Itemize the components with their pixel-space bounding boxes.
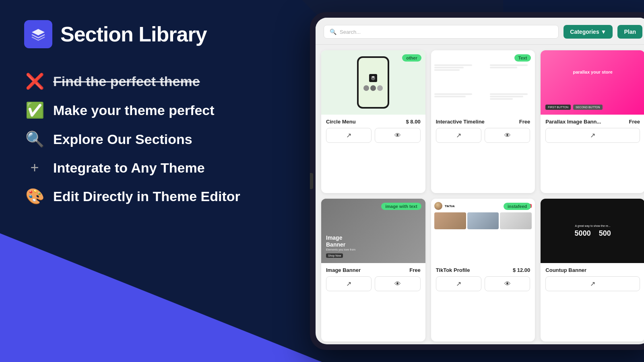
- timeline-row-1: [434, 64, 532, 72]
- card-parallax-price: Free: [629, 119, 640, 125]
- preview-button-image-banner[interactable]: 👁: [375, 276, 420, 291]
- tl-line: [490, 93, 528, 95]
- phone-mockup: [357, 56, 389, 109]
- card-timeline-actions: ↗ 👁: [431, 128, 535, 148]
- card-countup-image: A great way to show the re... 5000 500: [541, 199, 644, 263]
- tablet-frame: 🔍 Search... Categories ▼ Plan other: [310, 12, 644, 350]
- preview-button-circle-menu[interactable]: 👁: [375, 128, 420, 143]
- app-title: Section Library: [60, 22, 207, 46]
- card-countup-actions: ↗: [541, 276, 644, 296]
- card-circle-menu-image: other: [321, 50, 425, 115]
- image-banner-heading: ImageBanner: [326, 234, 355, 248]
- card-countup-name: Countup Banner: [545, 267, 586, 273]
- feature-integrate: + Integrate to Any Theme: [24, 159, 282, 176]
- tl-line: [490, 67, 517, 68]
- tl-line: [490, 98, 513, 100]
- feature-explore: 🔍 Explore Our Sections: [24, 130, 282, 148]
- card-countup: A great way to show the re... 5000 500 C…: [541, 199, 644, 341]
- phone-screen: [359, 58, 388, 107]
- search-bar[interactable]: 🔍 Search...: [324, 25, 559, 39]
- plan-label: Plan: [624, 29, 636, 35]
- card-tiktok-image: instafeed TikTok Save: [431, 199, 535, 263]
- feature-make-perfect: ✅ Make your theme perfect: [24, 101, 282, 119]
- card-circle-menu-info: Circle Menu $ 8.00: [321, 115, 425, 128]
- external-link-button-tiktok[interactable]: ↗: [436, 276, 481, 291]
- plus-icon: +: [24, 159, 45, 176]
- tl-line: [490, 96, 524, 97]
- shop-now-label: Shop Now: [326, 253, 343, 258]
- feature-list: ❌ Find the perfect theme ✅ Make your the…: [24, 72, 282, 205]
- card-tiktok-actions: ↗ 👁: [431, 276, 535, 296]
- stacks-logo-small: [371, 76, 376, 80]
- feature-make-perfect-text: Make your theme perfect: [53, 103, 215, 118]
- external-link-button-image-banner[interactable]: ↗: [326, 276, 372, 291]
- card-tiktok-info: TikTok Profile $ 12.00: [431, 263, 535, 276]
- phone-circles: [363, 85, 383, 91]
- external-link-button-circle-menu[interactable]: ↗: [326, 128, 372, 143]
- badge-text: Text: [514, 54, 531, 62]
- timeline-left-2: [434, 93, 477, 98]
- card-parallax-info: Parallax Image Bann... Free: [541, 115, 644, 128]
- card-circle-menu-actions: ↗ 👁: [321, 128, 425, 148]
- card-parallax-name: Parallax Image Bann...: [545, 119, 601, 125]
- image-banner-text: ImageBanner Elements you love from Shop …: [326, 234, 355, 258]
- search-placeholder: Search...: [340, 29, 361, 35]
- tl-line: [434, 64, 472, 66]
- magnify-icon: 🔍: [24, 130, 45, 148]
- badge-image-with-text: image with text: [381, 203, 421, 210]
- countup-numbers: 5000 500: [575, 229, 611, 238]
- card-image-banner-price: Free: [409, 267, 420, 273]
- cross-icon: ❌: [24, 72, 45, 90]
- preview-button-tiktok[interactable]: 👁: [485, 276, 530, 291]
- card-image-banner-image: image with text ImageBanner Elements you…: [321, 199, 425, 263]
- tl-line: [434, 67, 464, 68]
- left-panel: Section Library ❌ Find the perfect theme…: [0, 0, 306, 362]
- timeline-row-2: [434, 93, 532, 101]
- categories-button[interactable]: Categories ▼: [564, 25, 613, 39]
- tablet-screen: 🔍 Search... Categories ▼ Plan other: [316, 18, 644, 344]
- feature-find-theme: ❌ Find the perfect theme: [24, 72, 282, 90]
- palette-icon: 🎨: [24, 187, 45, 205]
- card-timeline-info: Interactive Timeline Free: [431, 115, 535, 128]
- card-image-banner-name: Image Banner: [326, 267, 361, 273]
- feature-explore-text: Explore Our Sections: [53, 132, 192, 147]
- external-link-button-countup[interactable]: ↗: [545, 276, 640, 291]
- countup-number-1: 5000: [575, 229, 591, 238]
- checkmark-icon: ✅: [24, 101, 45, 119]
- timeline-right-2: [490, 93, 532, 101]
- feature-edit: 🎨 Edit Directly in Theme Editor: [24, 187, 282, 205]
- circle-3: [377, 85, 383, 91]
- plan-button[interactable]: Plan: [617, 25, 642, 39]
- card-circle-menu: other: [321, 50, 425, 193]
- feature-edit-text: Edit Directly in Theme Editor: [53, 189, 240, 204]
- external-link-button-timeline[interactable]: ↗: [436, 128, 481, 143]
- tiktok-username: TikTok: [445, 204, 455, 208]
- badge-other: other: [402, 54, 421, 62]
- parallax-tagline: parallax your store: [573, 70, 612, 74]
- external-link-button-parallax[interactable]: ↗: [545, 128, 640, 143]
- tl-line: [490, 64, 528, 66]
- image-banner-sub: Elements you love from: [326, 248, 355, 251]
- card-timeline-image: Text: [431, 50, 535, 115]
- card-tiktok-profile: instafeed TikTok Save TikT: [431, 199, 535, 341]
- timeline-right-1: [490, 64, 532, 69]
- parallax-second-btn: SECOND BUTTON: [573, 105, 603, 110]
- tl-line: [434, 96, 466, 97]
- circle-1: [363, 85, 369, 91]
- card-timeline-price: Free: [519, 119, 530, 125]
- countup-title: A great way to show the re...: [575, 224, 610, 228]
- card-interactive-timeline: Text: [431, 50, 535, 193]
- tiktok-grid: [434, 212, 532, 229]
- logo-icon-container: [24, 20, 52, 48]
- tablet-side-button: [310, 173, 313, 189]
- card-parallax-image: parallax your store FIRST BUTTON SECOND …: [541, 50, 644, 115]
- card-timeline-name: Interactive Timeline: [436, 119, 485, 125]
- preview-button-timeline[interactable]: 👁: [485, 128, 530, 143]
- card-circle-menu-name: Circle Menu: [326, 119, 356, 125]
- card-image-banner: image with text ImageBanner Elements you…: [321, 199, 425, 341]
- tiktok-avatar: [434, 202, 442, 210]
- parallax-first-btn: FIRST BUTTON: [545, 105, 571, 110]
- phone-logo: [369, 74, 377, 82]
- feature-find-theme-text: Find the perfect theme: [53, 74, 200, 89]
- card-tiktok-price: $ 12.00: [513, 267, 530, 273]
